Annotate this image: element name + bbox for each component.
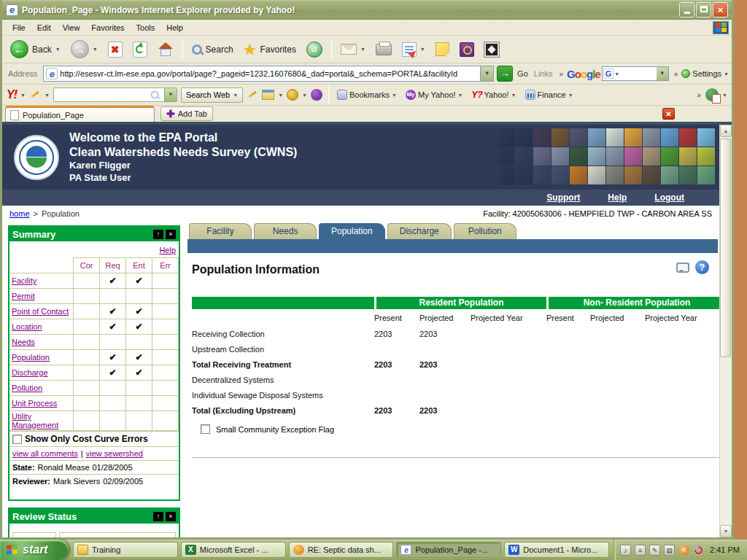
edit-button[interactable]: ▼ xyxy=(398,40,429,59)
sidebar-link-pollution[interactable]: Pollution xyxy=(12,384,42,392)
summary-check-cell xyxy=(152,289,179,304)
sidebar-link-population[interactable]: Population xyxy=(12,353,50,362)
google-chevron[interactable]: » xyxy=(672,70,679,78)
tab-facility[interactable]: Facility xyxy=(189,223,252,239)
menu-edit[interactable]: Edit xyxy=(31,21,57,34)
sidebar-link-unit-process[interactable]: Unit Process xyxy=(12,399,57,408)
menu-favorites[interactable]: Favorites xyxy=(85,21,130,34)
epa-link-logout[interactable]: Logout xyxy=(654,192,684,203)
sidebar-link-discharge[interactable]: Discharge xyxy=(12,368,48,377)
scroll-up-button[interactable]: ▲ xyxy=(720,125,732,137)
start-button[interactable]: start xyxy=(0,540,69,560)
highlight-icon[interactable] xyxy=(247,89,258,101)
tab-population[interactable]: Population xyxy=(319,223,385,239)
yahoo-item-bookmarks[interactable]: Bookmarks▼ xyxy=(335,90,399,100)
help-icon[interactable]: ? xyxy=(695,260,709,274)
yahoo-search-input[interactable]: ▼ xyxy=(53,88,177,102)
text-doc-icon[interactable]: ≡ xyxy=(635,545,646,556)
tab-pollution[interactable]: Pollution xyxy=(454,223,516,239)
scrollbar-track[interactable] xyxy=(720,137,732,525)
address-input[interactable] xyxy=(60,67,480,80)
browser-tab-active[interactable]: Population_Page xyxy=(5,106,155,122)
pen-icon[interactable]: ✎ xyxy=(649,545,660,556)
taskbar-button-ie[interactable]: ePopulation_Page -... xyxy=(396,542,501,558)
history-button[interactable]: ↺ xyxy=(303,39,326,60)
back-button[interactable]: ←Back▼ xyxy=(7,38,64,61)
mail-button[interactable]: ▼ xyxy=(337,42,369,57)
sidebar-link-permit[interactable]: Permit xyxy=(12,292,35,300)
research-button[interactable] xyxy=(456,40,478,59)
menu-view[interactable]: View xyxy=(57,21,86,34)
tab-bar-close-button[interactable]: ✕ xyxy=(662,108,675,120)
pdf-convert-icon[interactable] xyxy=(705,88,719,101)
tablet-icon[interactable]: ▤ xyxy=(664,545,675,556)
panel-close-button[interactable]: × xyxy=(166,230,176,239)
forward-button[interactable]: →▼ xyxy=(67,38,101,61)
blocked-status-icon[interactable] xyxy=(693,545,704,556)
vertical-scrollbar[interactable]: ▲ ▼ xyxy=(719,125,732,537)
epa-link-help[interactable]: Help xyxy=(608,192,627,203)
scrollbar-thumb[interactable] xyxy=(720,139,731,357)
notes-button[interactable] xyxy=(432,40,453,58)
settings-button[interactable]: Settings▼ xyxy=(681,69,729,78)
sidebar-link-point-of-contact[interactable]: Point of Contact xyxy=(12,307,69,316)
summary-row-label-cell: Needs xyxy=(9,335,74,350)
close-button[interactable]: × xyxy=(713,2,728,18)
search-button[interactable]: Search xyxy=(188,42,237,57)
sidebar-link-utility-management[interactable]: Utility Management xyxy=(12,412,58,429)
stop-button[interactable]: ✖ xyxy=(104,39,126,60)
breadcrumb-home-link[interactable]: home xyxy=(9,209,30,218)
menu-file[interactable]: File xyxy=(7,21,31,34)
sidebar-link-needs[interactable]: Needs xyxy=(12,338,35,346)
epa-link-support[interactable]: Support xyxy=(546,192,580,203)
summary-help-link[interactable]: Help xyxy=(159,246,176,254)
menu-help[interactable]: Help xyxy=(160,21,189,34)
refresh-button[interactable] xyxy=(129,39,151,60)
taskbar-button-folder[interactable]: Training xyxy=(73,542,178,558)
view-sewershed-link[interactable]: view sewershed xyxy=(86,449,143,458)
taskbar-button-word[interactable]: WDocument1 - Micro... xyxy=(504,542,609,558)
address-dropdown[interactable]: ▼ xyxy=(480,66,493,81)
cost-curve-checkbox[interactable] xyxy=(12,435,22,444)
messenger-button[interactable] xyxy=(481,40,503,59)
go-label[interactable]: Go xyxy=(516,69,530,78)
home-button[interactable] xyxy=(154,40,177,59)
view-all-comments-link[interactable]: view all comments xyxy=(12,449,78,458)
tray-chevron-icon[interactable]: < xyxy=(678,545,689,556)
go-button[interactable]: → xyxy=(497,66,513,82)
comment-icon[interactable] xyxy=(676,262,689,273)
maximize-button[interactable] xyxy=(696,2,711,18)
yahoo-item-finance[interactable]: Finance▼ xyxy=(523,90,576,100)
yahoo-item-yahoo[interactable]: Y?Yahoo!▼ xyxy=(470,90,519,100)
links-label[interactable]: Links xyxy=(533,69,554,78)
web-globe-icon[interactable] xyxy=(287,89,298,101)
yahoo-logo[interactable]: Y! xyxy=(7,88,17,101)
favorites-button[interactable]: ★Favorites xyxy=(240,40,300,59)
microphone-icon[interactable]: ♪ xyxy=(620,545,631,556)
panel2-collapse-button[interactable]: ↑ xyxy=(153,512,163,521)
menu-tools[interactable]: Tools xyxy=(131,21,161,34)
google-search-box[interactable]: G▼▼ xyxy=(602,66,669,81)
search-web-button[interactable]: Search Web▼ xyxy=(181,88,243,103)
print-button[interactable] xyxy=(372,42,395,58)
windows-panel-icon[interactable] xyxy=(262,90,274,100)
sidebar-link-location[interactable]: Location xyxy=(12,322,42,331)
taskbar-button-excel[interactable]: XMicrosoft Excel - ... xyxy=(181,542,286,558)
scroll-down-button[interactable]: ▼ xyxy=(720,525,732,537)
add-tab-button[interactable]: ✚Add Tab xyxy=(160,106,213,121)
links-chevron[interactable]: » xyxy=(557,70,564,78)
pencil-icon[interactable] xyxy=(29,89,41,101)
minimize-button[interactable] xyxy=(679,2,694,18)
panel-collapse-button[interactable]: ↑ xyxy=(153,230,163,239)
tab-discharge[interactable]: Discharge xyxy=(387,223,452,239)
sidebar-link-facility[interactable]: Facility xyxy=(12,276,36,285)
taskbar-button-notes[interactable]: RE: Septic data sh... xyxy=(289,542,394,558)
music-icon[interactable] xyxy=(311,89,322,101)
summary-check-cell xyxy=(74,350,100,365)
browser-tab-label: Population_Page xyxy=(23,111,84,120)
tab-needs[interactable]: Needs xyxy=(254,223,317,239)
yahoo-chevron[interactable]: » xyxy=(695,91,703,99)
panel2-close-button[interactable]: × xyxy=(166,512,176,521)
small-community-checkbox[interactable] xyxy=(201,424,210,434)
yahoo-item-myyahoo[interactable]: MyMy Yahoo!▼ xyxy=(403,90,465,100)
